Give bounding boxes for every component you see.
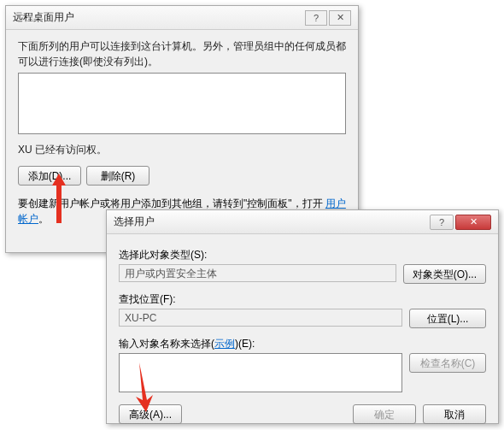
user-listbox[interactable] [18, 73, 346, 134]
ok-button[interactable]: 确定 [353, 404, 416, 424]
remove-button[interactable]: 删除(R) [86, 166, 149, 186]
object-type-label: 选择此对象类型(S): [119, 248, 486, 262]
close-icon[interactable]: ✕ [329, 10, 351, 26]
examples-link[interactable]: 示例 [214, 338, 235, 350]
object-type-value: 用户或内置安全主体 [119, 264, 396, 282]
dialog-title: 远程桌面用户 [13, 10, 305, 25]
description-text: 下面所列的用户可以连接到这台计算机。另外，管理员组中的任何成员都可以进行连接(即… [18, 38, 346, 69]
location-label: 查找位置(F): [119, 292, 486, 307]
instruction-suffix: 。 [38, 213, 49, 225]
help-icon[interactable]: ? [305, 10, 327, 26]
access-status-text: XU 已经有访问权。 [18, 143, 346, 157]
dialog-title: 选择用户 [114, 215, 430, 229]
names-label-a: 输入对象名称来选择( [119, 338, 214, 350]
object-names-label: 输入对象名称来选择(示例)(E): [119, 337, 486, 351]
titlebar: 远程桌面用户 ? ✕ [6, 6, 358, 30]
instruction-prefix: 要创建新用户帐户或将用户添加到其他组，请转到"控制面板"，打开 [18, 197, 325, 209]
object-names-input[interactable] [119, 353, 402, 392]
object-types-button[interactable]: 对象类型(O)... [403, 264, 486, 284]
names-label-b: )(E): [235, 338, 255, 350]
cancel-button[interactable]: 取消 [423, 404, 486, 424]
help-icon[interactable]: ? [430, 215, 454, 230]
locations-button[interactable]: 位置(L)... [409, 309, 486, 328]
titlebar: 选择用户 ? ✕ [107, 210, 498, 234]
close-icon[interactable]: ✕ [455, 215, 491, 230]
select-users-dialog: 选择用户 ? ✕ 选择此对象类型(S): 用户或内置安全主体 对象类型(O)..… [106, 209, 499, 424]
location-value: XU-PC [119, 309, 402, 327]
check-names-button[interactable]: 检查名称(C) [409, 353, 486, 373]
advanced-button[interactable]: 高级(A)... [119, 404, 182, 424]
add-button[interactable]: 添加(D)... [18, 166, 81, 186]
